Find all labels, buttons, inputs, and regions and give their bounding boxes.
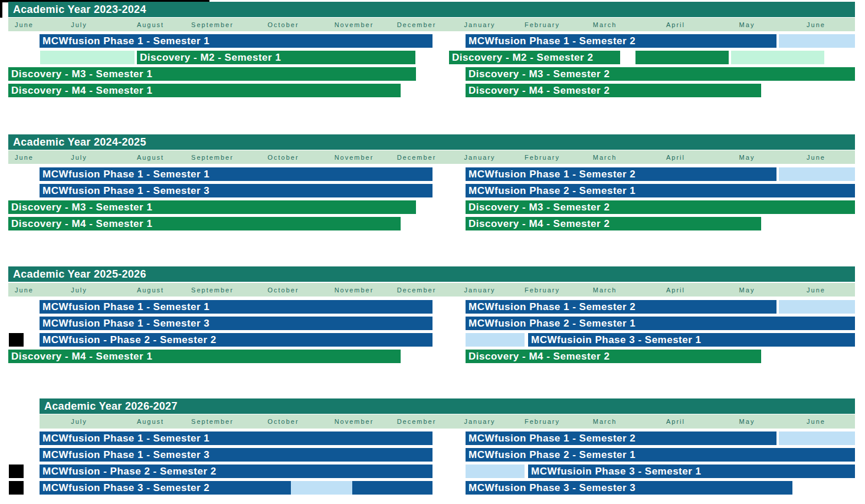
month-label: June: [807, 418, 825, 425]
section-title: Academic Year 2026-2027: [44, 400, 178, 412]
month-label: March: [593, 21, 617, 28]
month-label: June: [15, 21, 34, 28]
gantt-bar: Discovery - M4 - Semester 1: [8, 217, 401, 230]
gantt-bar: MCWfusion Phase 1 - Semester 3: [40, 317, 432, 330]
month-label: December: [397, 21, 437, 28]
month-axis-row: JuneJulyAugustSeptemberOctoberNovemberDe…: [8, 283, 855, 297]
gantt-bar: Discovery - M2 - Semester 2: [449, 51, 620, 64]
gantt-bar: MCWfusion Phase 1 - Semester 1: [40, 34, 432, 48]
gantt-bar-segment: [779, 167, 855, 181]
month-label: February: [525, 21, 560, 28]
gantt-bar: MCWfusion Phase 3 - Semester 2: [40, 481, 291, 495]
month-label: July: [71, 418, 87, 425]
gantt-bar: MCWfusion Phase 1 - Semester 3: [40, 448, 432, 462]
month-axis-row: JuneJulyAugustSeptemberOctoberNovemberDe…: [8, 150, 855, 164]
month-label: January: [464, 21, 495, 28]
month-label: May: [739, 154, 755, 161]
month-label: August: [137, 154, 164, 161]
gantt-bar: MCWfusion Phase 2 - Semester 1: [466, 317, 855, 330]
month-label: December: [397, 286, 437, 294]
month-label: September: [191, 418, 234, 425]
gantt-bar: Discovery - M3 - Semester 2: [466, 200, 855, 214]
academic-year-gantt-chart: Academic Year 2023-2024JuneJulyAugustSep…: [0, 0, 865, 504]
month-label: June: [807, 286, 825, 294]
gantt-bar: MCWfusion Phase 3 - Semester 3: [466, 481, 792, 495]
month-label: April: [666, 286, 685, 294]
month-label: March: [593, 154, 617, 161]
month-label: February: [525, 286, 560, 294]
month-label: July: [71, 154, 87, 161]
month-label: January: [464, 154, 495, 161]
month-label: October: [267, 154, 299, 161]
month-label: May: [739, 21, 755, 28]
month-label: September: [191, 286, 234, 294]
gantt-bar: MCWfusion - Phase 2 - Semester 2: [40, 333, 432, 347]
gantt-bar: Discovery - M3 - Semester 1: [8, 67, 416, 81]
month-label: November: [335, 286, 374, 294]
gantt-bar-segment: [466, 465, 525, 478]
month-label: September: [191, 154, 234, 161]
month-label: July: [71, 286, 87, 294]
gantt-bar: MCWfusioin Phase 3 - Semester 1: [528, 333, 855, 347]
month-label: April: [666, 418, 685, 425]
section-header: Academic Year 2024-2025: [8, 134, 855, 150]
gantt-bar: MCWfusion Phase 1 - Semester 1: [40, 167, 432, 181]
month-label: July: [71, 21, 87, 28]
gantt-bar: Discovery - M2 - Semester 1: [137, 51, 415, 64]
month-label: October: [267, 286, 299, 294]
month-label: April: [666, 21, 685, 28]
gantt-bar-segment: [352, 481, 432, 495]
gantt-bar: MCWfusion Phase 1 - Semester 1: [40, 300, 432, 314]
month-label: June: [15, 286, 34, 294]
section-title: Academic Year 2024-2025: [13, 136, 146, 148]
month-label: April: [666, 154, 685, 161]
gantt-bar-segment: [40, 51, 135, 64]
gantt-bar-segment: [779, 34, 855, 48]
black-marker: [9, 465, 24, 478]
section-title: Academic Year 2025-2026: [13, 268, 146, 280]
gantt-bar: Discovery - M4 - Semester 1: [8, 84, 401, 97]
gantt-bar-segment: [731, 51, 824, 64]
gantt-bar: MCWfusioin Phase 3 - Semester 1: [528, 465, 855, 478]
gantt-bar: Discovery - M3 - Semester 1: [8, 200, 416, 214]
left-border-strip: [0, 0, 2, 18]
month-label: October: [267, 418, 299, 425]
month-label: February: [525, 418, 560, 425]
gantt-bar: MCWfusion Phase 1 - Semester 2: [466, 167, 776, 181]
gantt-bar: Discovery - M4 - Semester 2: [466, 217, 761, 230]
gantt-bar: MCWfusion Phase 1 - Semester 2: [466, 300, 776, 314]
month-label: December: [397, 418, 437, 425]
month-label: September: [191, 21, 234, 28]
section-header: Academic Year 2026-2027: [40, 398, 855, 414]
month-label: August: [137, 418, 164, 425]
month-label: November: [335, 154, 374, 161]
month-label: January: [464, 286, 495, 294]
month-label: March: [593, 286, 617, 294]
gantt-bar-segment: [635, 51, 729, 64]
month-label: May: [739, 418, 755, 425]
black-marker: [9, 333, 24, 347]
gantt-bar: MCWfusion Phase 2 - Semester 1: [466, 184, 855, 197]
gantt-bar: MCWfusion Phase 1 - Semester 2: [466, 34, 776, 48]
gantt-bar: Discovery - M3 - Semester 2: [466, 67, 855, 81]
section-header: Academic Year 2023-2024: [8, 2, 855, 17]
gantt-bar: MCWfusion Phase 2 - Semester 1: [466, 448, 855, 462]
gantt-bar: MCWfusion - Phase 2 - Semester 2: [40, 465, 432, 478]
month-label: August: [137, 286, 164, 294]
gantt-bar-segment: [291, 481, 352, 495]
section-title: Academic Year 2023-2024: [13, 4, 146, 15]
gantt-bar: MCWfusion Phase 1 - Semester 2: [466, 431, 776, 445]
gantt-bar: Discovery - M4 - Semester 2: [466, 350, 761, 363]
month-label: January: [464, 418, 495, 425]
month-label: June: [807, 21, 825, 28]
gantt-bar-segment: [779, 300, 855, 314]
black-marker: [9, 481, 24, 495]
gantt-bar-segment: [466, 333, 525, 347]
month-label: December: [397, 154, 437, 161]
month-label: June: [15, 154, 34, 161]
month-label: June: [807, 154, 825, 161]
month-axis-row: JuneJulyAugustSeptemberOctoberNovemberDe…: [8, 18, 855, 31]
month-label: February: [525, 154, 560, 161]
gantt-bar: Discovery - M4 - Semester 2: [466, 84, 761, 97]
month-label: November: [335, 418, 374, 425]
